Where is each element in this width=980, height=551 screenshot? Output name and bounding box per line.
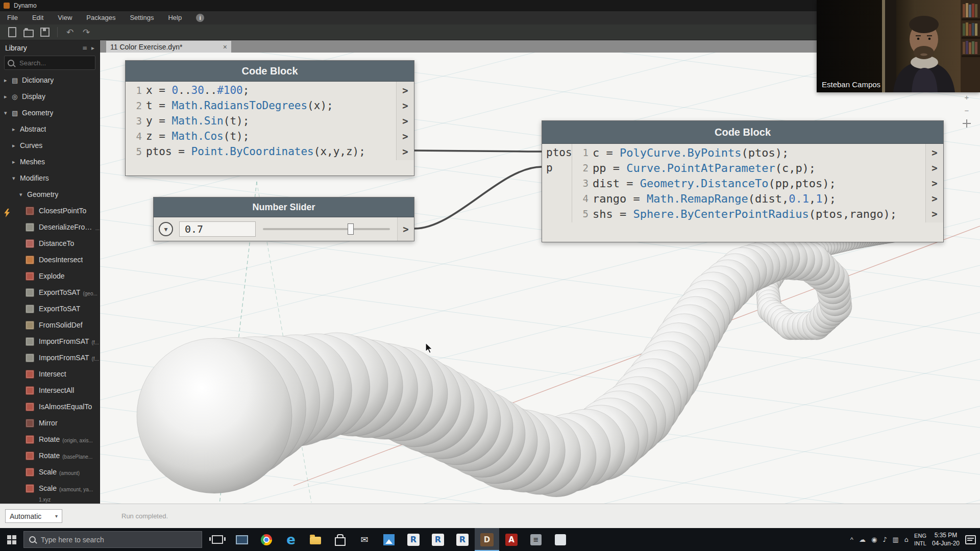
new-file-button[interactable] xyxy=(4,26,20,39)
code-block-node-2[interactable]: Code Block ptosp 1c = PolyCurve.ByPoints… xyxy=(542,120,944,242)
pan-icon[interactable] xyxy=(963,119,971,128)
library-item-doesintersect[interactable]: DoesIntersect xyxy=(0,252,100,268)
code-line[interactable]: 5shs = Sphere.ByCenterPointRadius(ptos,r… xyxy=(572,206,925,221)
code-line[interactable]: 2pp = Curve.PointAtParameter(c,p); xyxy=(572,160,925,176)
search-input[interactable] xyxy=(18,59,110,67)
taskbar-app-app-light[interactable] xyxy=(548,528,573,551)
code-line[interactable]: 4rango = Math.RemapRange(dist,0.1,1); xyxy=(572,191,925,206)
input-port-p[interactable]: p xyxy=(542,160,572,176)
save-button[interactable] xyxy=(37,26,53,39)
output-port[interactable]: > xyxy=(397,144,414,159)
output-port[interactable]: > xyxy=(926,145,943,160)
taskbar-search[interactable]: Type here to search xyxy=(23,531,202,548)
menu-item-edit[interactable]: Edit xyxy=(25,11,51,24)
library-category-geometry[interactable]: ▾▧Geometry xyxy=(0,105,100,121)
library-item-intersectall[interactable]: IntersectAll xyxy=(0,382,100,398)
library-item-importfromsat[interactable]: ImportFromSAT(f... xyxy=(0,349,100,366)
input-port-ptos[interactable]: ptos xyxy=(542,145,572,160)
slider-expander-button[interactable]: ▾ xyxy=(159,222,173,236)
library-item-rotate[interactable]: Rotate(origin, axis... xyxy=(0,431,100,447)
library-item-deserializefromsa[interactable]: DeserializeFromSA... xyxy=(0,219,100,235)
output-port[interactable]: > xyxy=(397,113,414,129)
expander-icon[interactable]: ▾ xyxy=(12,175,20,182)
zoom-out-icon[interactable]: − xyxy=(965,106,969,115)
expander-icon[interactable]: ▸ xyxy=(12,142,20,149)
run-mode-select[interactable]: Automatic ▾ xyxy=(5,509,62,523)
library-category-dictionary[interactable]: ▸▤Dictionary xyxy=(0,72,100,88)
taskbar-app-task-view[interactable] xyxy=(205,528,230,551)
library-item-scale[interactable]: Scale(amount) xyxy=(0,464,100,480)
onedrive-icon[interactable]: ☁ xyxy=(859,536,866,543)
library-category-meshes[interactable]: ▸Meshes xyxy=(0,154,100,170)
library-pin-icon[interactable]: ▸ xyxy=(91,44,94,52)
redo-button[interactable]: ↷ xyxy=(78,26,94,39)
library-item-scale[interactable]: Scale(xamount, ya... xyxy=(0,480,100,496)
taskbar-app-revit-3[interactable]: R xyxy=(450,528,475,551)
output-port[interactable]: > xyxy=(926,206,943,221)
language-indicator[interactable]: ENG INTL xyxy=(914,532,926,547)
start-button[interactable] xyxy=(0,528,23,551)
taskbar-app-file-explorer[interactable] xyxy=(303,528,328,551)
library-filter-icon[interactable]: ≡ xyxy=(82,44,87,52)
slider-value-input[interactable]: 0.7 xyxy=(179,221,256,237)
library-category-abstract[interactable]: ▸Abstract xyxy=(0,121,100,137)
output-port[interactable]: > xyxy=(397,98,414,113)
library-search[interactable] xyxy=(4,56,95,70)
expander-icon[interactable]: ▸ xyxy=(12,159,20,165)
library-item-closestpointto[interactable]: ClosestPointTo xyxy=(0,203,100,219)
open-file-button[interactable] xyxy=(20,26,37,39)
node-title[interactable]: Code Block xyxy=(542,121,943,144)
clock[interactable]: 5:35 PM 04-Jun-20 xyxy=(932,532,960,547)
bluetooth-icon[interactable]: ⌂ xyxy=(904,536,909,543)
menu-item-packages[interactable]: Packages xyxy=(79,11,122,24)
output-port[interactable]: > xyxy=(926,160,943,176)
taskbar-app-revit-1[interactable]: R xyxy=(401,528,426,551)
output-port[interactable]: > xyxy=(397,83,414,98)
library-category-geometry[interactable]: ▾Geometry xyxy=(0,186,100,203)
library-item-rotate[interactable]: Rotate(basePlane... xyxy=(0,447,100,464)
close-icon[interactable]: × xyxy=(223,43,227,51)
library-item-isalmostequalto[interactable]: IsAlmostEqualTo xyxy=(0,398,100,415)
output-port[interactable]: > xyxy=(397,217,414,241)
code-block-node-1[interactable]: Code Block 1x = 0..30..#100;2t = Math.Ra… xyxy=(125,60,414,176)
expander-icon[interactable]: ▾ xyxy=(4,110,12,116)
taskbar-app-store[interactable] xyxy=(328,528,352,551)
output-port[interactable]: > xyxy=(926,191,943,206)
number-slider-node[interactable]: Number Slider ▾ 0.7 > xyxy=(153,197,414,241)
menu-item-view[interactable]: View xyxy=(51,11,79,24)
taskbar-app-monitor-app[interactable] xyxy=(230,528,254,551)
undo-button[interactable]: ↶ xyxy=(62,26,78,39)
taskbar-app-app-gray[interactable]: ≡ xyxy=(524,528,548,551)
taskbar-app-revit-2[interactable]: R xyxy=(426,528,450,551)
library-item-mirror[interactable]: Mirror xyxy=(0,415,100,431)
library-item-exporttosat[interactable]: ExportToSAT(geo... xyxy=(0,284,100,300)
notifications-icon[interactable]: i xyxy=(196,14,204,22)
expander-icon[interactable]: ▸ xyxy=(4,93,12,100)
node-title[interactable]: Code Block xyxy=(126,61,414,82)
library-item-explode[interactable]: Explode xyxy=(0,268,100,284)
library-category-modifiers[interactable]: ▾Modifiers xyxy=(0,170,100,186)
output-port[interactable]: > xyxy=(397,129,414,144)
library-item-fromsoliddef[interactable]: FromSolidDef xyxy=(0,317,100,333)
menu-item-help[interactable]: Help xyxy=(161,11,189,24)
slider-track[interactable] xyxy=(263,228,390,230)
code-line[interactable]: 1c = PolyCurve.ByPoints(ptos); xyxy=(572,145,925,160)
taskbar-app-dynamo[interactable]: D xyxy=(475,528,499,551)
expander-icon[interactable]: ▾ xyxy=(19,191,27,198)
menu-item-file[interactable]: File xyxy=(0,11,25,24)
network-icon[interactable]: ▥ xyxy=(893,536,899,543)
library-item-importfromsat[interactable]: ImportFromSAT(f... xyxy=(0,333,100,349)
node-title[interactable]: Number Slider xyxy=(154,197,414,217)
taskbar-app-chrome[interactable] xyxy=(254,528,279,551)
security-icon[interactable]: ◉ xyxy=(871,536,877,543)
output-port[interactable]: > xyxy=(926,176,943,191)
hidden-icons-chevron[interactable]: ^ xyxy=(850,536,853,543)
code-line[interactable]: 3y = Math.Sin(t); xyxy=(126,113,396,129)
taskbar-app-mail[interactable]: ✉ xyxy=(352,528,377,551)
taskbar-app-acrobat[interactable]: A xyxy=(499,528,524,551)
code-line[interactable]: 2t = Math.RadiansToDegrees(x); xyxy=(126,98,396,113)
library-category-curves[interactable]: ▸Curves xyxy=(0,137,100,154)
volume-icon[interactable]: ♪ xyxy=(883,536,887,543)
code-line[interactable]: 5ptos = Point.ByCoordinates(x,y,z); xyxy=(126,144,396,159)
code-line[interactable]: 4z = Math.Cos(t); xyxy=(126,129,396,144)
